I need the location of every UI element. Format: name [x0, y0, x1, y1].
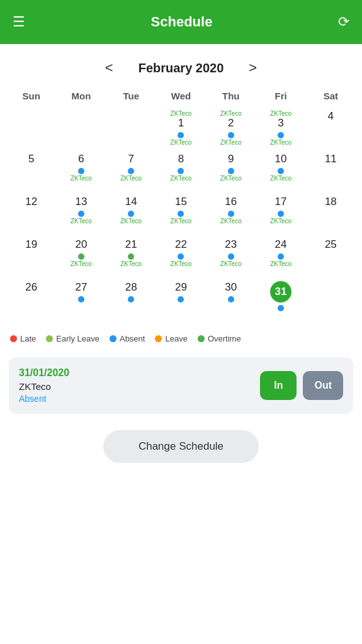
event-label: ZKTeco [71, 218, 92, 225]
weekday-header-fri: Fri [256, 86, 305, 108]
change-schedule-button[interactable]: Change Schedule [103, 430, 259, 463]
calendar-cell[interactable]: 27 [56, 279, 106, 321]
weekday-header-tue: Tue [106, 86, 156, 108]
calendar-cell[interactable]: 28 [106, 279, 156, 321]
calendar-cell[interactable]: 15ZKTeco [156, 193, 206, 236]
calendar-cell[interactable]: 5 [6, 150, 56, 193]
legend-label: Absent [120, 334, 145, 343]
legend-dot [110, 335, 116, 342]
event-label: ZKTeco [120, 218, 142, 225]
calendar-cell[interactable]: 29 [156, 279, 206, 321]
blue-dot [178, 168, 184, 174]
day-number: 7 [128, 153, 133, 165]
calendar-cell[interactable]: 9ZKTeco [206, 150, 256, 193]
calendar-cell[interactable]: 31 [256, 279, 305, 321]
weekday-header-sun: Sun [6, 86, 56, 108]
calendar-cell[interactable]: 25 [306, 236, 356, 279]
day-number: 19 [25, 238, 37, 251]
legend: LateEarly LeaveAbsentLeaveOvertime [0, 321, 362, 353]
day-number: 14 [125, 196, 137, 208]
calendar-cell[interactable]: 16ZKTeco [206, 193, 256, 236]
calendar-cell[interactable]: 22ZKTeco [156, 236, 206, 279]
legend-label: Overtime [208, 334, 241, 343]
calendar-cell[interactable]: 24ZKTeco [256, 236, 305, 279]
calendar-cell[interactable]: 17ZKTeco [256, 193, 305, 236]
weekday-header-thu: Thu [206, 86, 256, 108]
event-label: ZKTeco [220, 139, 242, 146]
blue-dot [178, 211, 184, 217]
legend-label: Late [20, 334, 36, 343]
event-label: ZKTeco [171, 175, 192, 182]
out-button[interactable]: Out [303, 371, 343, 400]
legend-item: Leave [155, 334, 187, 343]
blue-dot [228, 253, 234, 260]
blue-dot [128, 296, 134, 303]
legend-item: Late [10, 334, 36, 343]
event-label: ZKTeco [270, 139, 291, 146]
day-number: 2 [228, 117, 234, 130]
calendar-cell[interactable]: 11 [306, 150, 356, 193]
event-label: ZKTeco [71, 175, 92, 182]
blue-dot [178, 253, 184, 260]
selected-date: 31/01/2020 [19, 367, 69, 379]
day-number: 1 [178, 117, 184, 130]
blue-dot [278, 305, 284, 311]
day-number: 13 [75, 196, 87, 208]
calendar-cell[interactable]: 6ZKTeco [56, 150, 106, 193]
weekday-header-mon: Mon [56, 86, 106, 108]
event-label: ZKTeco [171, 260, 192, 267]
event-label: ZKTeco [171, 218, 192, 225]
blue-dot [228, 296, 234, 303]
day-number: 23 [225, 238, 237, 251]
calendar-cell[interactable]: 18 [306, 193, 356, 236]
calendar-cell[interactable]: 4 [306, 108, 356, 150]
day-number: 20 [75, 238, 87, 251]
green-dot [78, 253, 84, 260]
calendar-cell[interactable]: 12 [6, 193, 56, 236]
calendar-cell[interactable]: 14ZKTeco [106, 193, 156, 236]
month-navigation: < February 2020 > [0, 44, 362, 86]
in-button[interactable]: In [260, 371, 297, 400]
calendar-cell[interactable]: 13ZKTeco [56, 193, 106, 236]
legend-dot [46, 335, 53, 342]
calendar-cell[interactable]: ZKTeco2ZKTeco [206, 108, 256, 150]
calendar-cell[interactable]: 30 [206, 279, 256, 321]
hamburger-icon[interactable]: ☰ [13, 14, 25, 30]
next-month-button[interactable]: > [242, 57, 263, 79]
day-number: 15 [175, 196, 187, 208]
calendar-cell[interactable]: 10ZKTeco [256, 150, 305, 193]
calendar-cell[interactable]: 23ZKTeco [206, 236, 256, 279]
calendar-cell[interactable]: 26 [6, 279, 56, 321]
attendance-status: Absent [19, 394, 69, 404]
calendar-cell[interactable]: ZKTeco3ZKTeco [256, 108, 305, 150]
calendar-cell[interactable]: 21ZKTeco [106, 236, 156, 279]
calendar-cell[interactable]: 7ZKTeco [106, 150, 156, 193]
change-schedule-section: Change Schedule [0, 424, 362, 475]
company-name: ZKTeco [19, 381, 69, 392]
prev-month-button[interactable]: < [99, 57, 120, 79]
blue-dot [178, 132, 184, 138]
refresh-icon[interactable]: ⟳ [338, 14, 349, 30]
day-number: 18 [325, 196, 337, 208]
green-dot [128, 253, 134, 260]
blue-dot [228, 168, 234, 174]
day-number: 21 [125, 238, 137, 251]
day-number: 16 [225, 196, 237, 208]
app-title: Schedule [151, 14, 213, 30]
legend-dot [10, 335, 17, 342]
event-label: ZKTeco [270, 260, 291, 267]
attendance-info-card: 31/01/2020 ZKTeco Absent In Out [9, 357, 353, 414]
calendar: SunMonTueWedThuFriSatZKTeco1ZKTecoZKTeco… [0, 86, 362, 321]
weekday-header-sat: Sat [306, 86, 356, 108]
event-label: ZKTeco [120, 260, 142, 267]
calendar-cell[interactable]: 19 [6, 236, 56, 279]
blue-dot [178, 296, 184, 303]
legend-label: Early Leave [56, 334, 99, 343]
calendar-cell[interactable]: 8ZKTeco [156, 150, 206, 193]
day-number: 24 [275, 238, 287, 251]
blue-dot [228, 211, 234, 217]
calendar-cell[interactable]: 20ZKTeco [56, 236, 106, 279]
legend-dot [198, 335, 205, 342]
day-number: 30 [225, 281, 237, 294]
calendar-cell[interactable]: ZKTeco1ZKTeco [156, 108, 206, 150]
